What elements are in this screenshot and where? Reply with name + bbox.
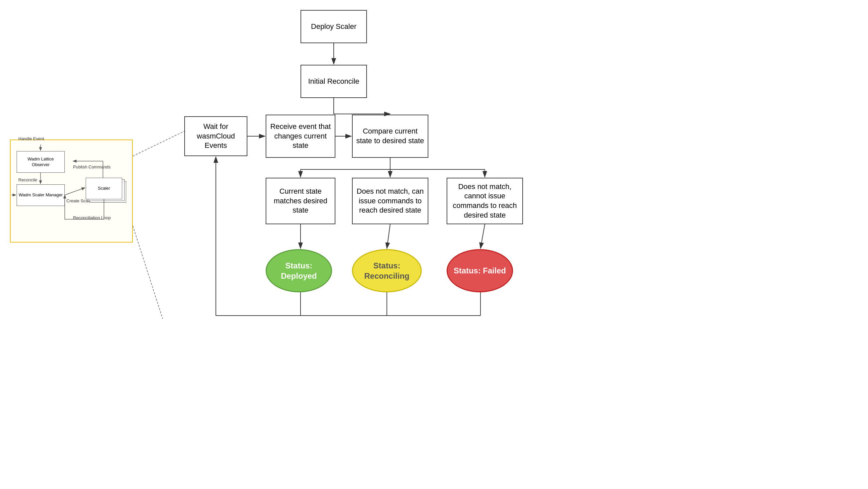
matches-box: Current state matches desired state — [266, 178, 335, 224]
reconciliation-loop-label: Reconciliation Loop — [73, 215, 111, 220]
does-not-match-can-box: Does not match, can issue commands to re… — [352, 178, 428, 224]
initial-reconcile-box: Initial Reconcile — [301, 65, 367, 98]
handle-event-label: Handle Event — [18, 136, 44, 141]
receive-event-box: Receive event that changes current state — [266, 115, 335, 158]
reconcile-label: Reconcile — [18, 177, 37, 182]
arrows-svg — [0, 0, 868, 489]
svg-line-21 — [133, 226, 163, 319]
failed-oval: Status: Failed — [446, 249, 513, 292]
wait-for-events-box: Wait for wasmCloud Events — [184, 116, 247, 156]
deploy-scaler-box: Deploy Scaler — [301, 10, 367, 43]
scaler-box-main: Scaler — [86, 178, 122, 199]
reconciling-oval: Status: Reconciling — [352, 249, 422, 292]
wadm-scaler-manager-box: Wadm Scaler Manager — [17, 184, 65, 206]
publish-commands-label: Publish Commands — [73, 164, 111, 170]
does-not-match-cannot-box: Does not match, cannot issue commands to… — [446, 178, 523, 224]
wadm-lattice-observer-box: Wadm Lattice Observer — [17, 151, 65, 173]
diagram-container: Deploy Scaler Initial Reconcile Wait for… — [0, 0, 868, 489]
svg-line-20 — [133, 131, 184, 156]
svg-line-14 — [480, 224, 485, 248]
compare-state-box: Compare current state to desired state — [352, 115, 428, 158]
deployed-oval: Status: Deployed — [266, 249, 332, 292]
svg-line-13 — [387, 224, 390, 248]
